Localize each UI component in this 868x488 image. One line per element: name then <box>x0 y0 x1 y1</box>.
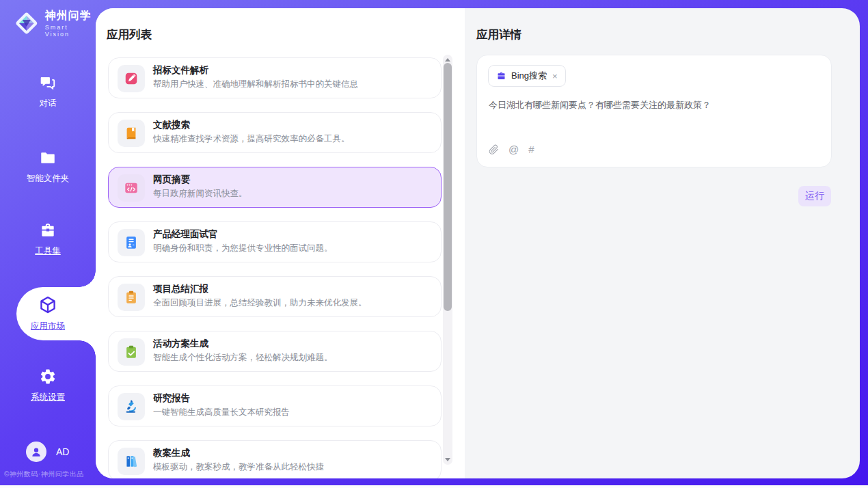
app-name: 产品经理面试官 <box>153 228 218 241</box>
clipboard-icon <box>118 284 145 311</box>
webpage-icon <box>118 174 145 202</box>
app-name: 招标文件解析 <box>153 64 208 77</box>
app-name: 网页摘要 <box>153 174 190 186</box>
app-name: 文献搜索 <box>153 119 190 131</box>
scrollbar-thumb[interactable] <box>444 63 452 311</box>
toolbox-icon <box>39 230 57 241</box>
person-icon <box>30 446 42 458</box>
bid-doc-icon <box>118 65 145 92</box>
sidebar-item-5[interactable]: 系统设置 <box>0 368 96 403</box>
brand: 神州问学 Smart Vision <box>14 9 96 38</box>
app-card-1[interactable]: 招标文件解析帮助用户快速、准确地理解和解析招标书中的关键信息 <box>108 57 442 98</box>
gear-icon <box>39 376 57 388</box>
app-description: 智能生成个性化活动方案，轻松解决规划难题。 <box>153 352 333 364</box>
app-name: 活动方案生成 <box>153 338 208 350</box>
hash-icon[interactable]: # <box>528 144 534 155</box>
app-card-5[interactable]: 项目总结汇报全面回顾项目进展，总结经验教训，助力未来优化发展。 <box>108 276 442 317</box>
app-description: 快速精准查找学术资源，提高研究效率的必备工具。 <box>153 133 350 145</box>
sidebar-item-2[interactable]: 智能文件夹 <box>0 149 96 185</box>
sidebar-item-4[interactable]: 应用市场 <box>0 295 96 332</box>
scrollbar[interactable] <box>443 55 452 465</box>
scroll-up-icon[interactable] <box>445 58 450 62</box>
plan-icon <box>118 338 145 366</box>
briefcase-icon <box>496 71 506 81</box>
sidebar-item-1[interactable]: 对话 <box>0 74 96 109</box>
page: 神州问学 Smart Vision 对话智能文件夹工具集应用市场系统设置 AD … <box>0 0 868 488</box>
sidebar-item-label: 对话 <box>0 98 96 109</box>
app-list-panel: 应用列表 招标文件解析帮助用户快速、准确地理解和解析招标书中的关键信息文献搜索快… <box>96 8 465 478</box>
app-description: 模板驱动，教案秒成，教学准备从此轻松快捷 <box>153 461 324 473</box>
bubble-notch-bottom <box>79 340 96 357</box>
app-name: 研究报告 <box>153 392 190 405</box>
copyright-footer: ©神州数码·神州问学出品 <box>4 470 84 479</box>
app-description: 明确身份和职责，为您提供专业性的面试问题。 <box>153 243 333 254</box>
tool-tag-bing-search[interactable]: Bing搜索 × <box>488 65 566 87</box>
app-detail-panel: 应用详情 Bing搜索 × 今日湖北有哪些新闻要点？有哪些需要关注的最新政策？ … <box>465 8 860 478</box>
sidebar-item-3[interactable]: 工具集 <box>0 221 96 257</box>
app-card-3[interactable]: 网页摘要每日政府新闻资讯快查。 <box>108 167 442 208</box>
avatar[interactable] <box>26 442 46 462</box>
cube-icon <box>38 305 57 316</box>
sidebar-item-label: 应用市场 <box>0 321 96 332</box>
books-icon <box>118 448 145 475</box>
main-content: 应用列表 招标文件解析帮助用户快速、准确地理解和解析招标书中的关键信息文献搜索快… <box>96 8 860 478</box>
app-card-4[interactable]: 产品经理面试官明确身份和职责，为您提供专业性的面试问题。 <box>108 221 442 262</box>
folder-icon <box>39 157 57 169</box>
app-description: 每日政府新闻资讯快查。 <box>153 188 247 200</box>
app-description: 帮助用户快速、准确地理解和解析招标书中的关键信息 <box>153 79 358 90</box>
chat-icon <box>39 82 57 94</box>
brand-logo-icon <box>14 10 40 36</box>
app-description: 一键智能生成高质量长文本研究报告 <box>153 407 290 418</box>
brand-subtitle: Smart Vision <box>45 24 96 38</box>
app-card-8[interactable]: 教案生成模板驱动，教案秒成，教学准备从此轻松快捷 <box>108 440 442 478</box>
mention-icon[interactable]: @ <box>508 144 519 155</box>
microscope-icon <box>118 393 145 420</box>
book-icon <box>118 120 145 147</box>
app-detail-title: 应用详情 <box>476 27 521 42</box>
app-card-2[interactable]: 文献搜索快速精准查找学术资源，提高研究效率的必备工具。 <box>108 112 442 153</box>
app-list: 招标文件解析帮助用户快速、准确地理解和解析招标书中的关键信息文献搜索快速精准查找… <box>108 57 442 478</box>
query-text[interactable]: 今日湖北有哪些新闻要点？有哪些需要关注的最新政策？ <box>489 98 820 112</box>
bottom-strip <box>0 485 868 488</box>
app-name: 项目总结汇报 <box>153 283 208 295</box>
app-card-7[interactable]: 研究报告一键智能生成高质量长文本研究报告 <box>108 385 442 426</box>
user-row[interactable]: AD <box>26 442 69 462</box>
scroll-down-icon[interactable] <box>445 458 450 461</box>
tool-tag-label: Bing搜索 <box>511 70 547 82</box>
app-card-6[interactable]: 活动方案生成智能生成个性化活动方案，轻松解决规划难题。 <box>108 331 442 372</box>
sidebar-item-label: 系统设置 <box>0 392 96 403</box>
close-icon[interactable]: × <box>552 71 558 81</box>
prompt-card: Bing搜索 × 今日湖北有哪些新闻要点？有哪些需要关注的最新政策？ @ # <box>476 55 832 167</box>
input-toolbar: @ # <box>489 144 534 155</box>
run-button[interactable]: 运行 <box>798 186 831 206</box>
attachment-icon[interactable] <box>489 144 499 155</box>
app-description: 全面回顾项目进展，总结经验教训，助力未来优化发展。 <box>153 297 367 309</box>
sidebar-item-label: 智能文件夹 <box>0 173 96 185</box>
app-name: 教案生成 <box>153 447 190 459</box>
interview-icon <box>118 229 145 256</box>
user-initials: AD <box>56 446 69 457</box>
app-list-title: 应用列表 <box>107 27 152 42</box>
brand-name: 神州问学 <box>45 9 96 23</box>
bubble-notch-top <box>79 271 96 287</box>
sidebar-item-label: 工具集 <box>0 245 96 257</box>
sidebar: 神州问学 Smart Vision 对话智能文件夹工具集应用市场系统设置 AD … <box>0 0 96 485</box>
